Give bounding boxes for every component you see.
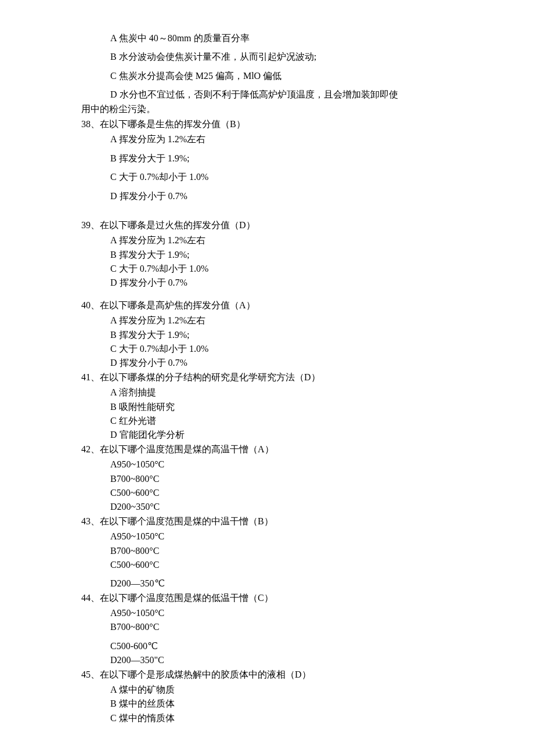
q38-option-d: D 挥发分小于 0.7% xyxy=(0,190,534,203)
q43-option-d: D200—350℃ xyxy=(0,577,534,590)
q44-option-b: B700~800°C xyxy=(0,621,534,633)
q42-option-b: B700~800°C xyxy=(0,473,534,485)
question-41: 41、在以下哪条煤的分子结构的研究是化学研究方法（D） xyxy=(0,371,534,384)
question-39: 39、在以下哪条是过火焦的挥发分值（D） xyxy=(0,219,534,232)
q41-option-b: B 吸附性能研究 xyxy=(0,401,534,413)
q42-option-c: C500~600°C xyxy=(0,487,534,499)
option-c: C 焦炭水分提高会使 M25 偏高，MlO 偏低 xyxy=(0,70,534,82)
q45-option-b: B 煤中的丝质体 xyxy=(0,697,534,710)
question-45: 45、在以下哪个是形成煤热解中的胶质体中的液相（D） xyxy=(0,668,534,681)
option-d-line2: 用中的粉尘污染。 xyxy=(0,103,534,116)
q38-option-a: A 挥发分应为 1.2%左右 xyxy=(0,133,534,146)
q44-option-a: A950~1050°C xyxy=(0,607,534,620)
q43-option-b: B700~800°C xyxy=(0,545,534,557)
option-b: B 水分波动会使焦炭计量不准，从而引起炉况波动; xyxy=(0,51,534,63)
option-d-line1: D 水分也不宜过低，否则不利于降低高炉炉顶温度，且会增加装卸即使 xyxy=(0,88,534,101)
question-38: 38、在以下哪条是生焦的挥发分值（B） xyxy=(0,118,534,131)
q43-option-c: C500~600°C xyxy=(0,559,534,571)
q44-option-c: C500-600℃ xyxy=(0,640,534,653)
document-page: A 焦炭中 40～80mm 的质量百分率 B 水分波动会使焦炭计量不准，从而引起… xyxy=(0,32,534,725)
q42-option-d: D200~350°C xyxy=(0,501,534,513)
q39-option-b: B 挥发分大于 1.9%; xyxy=(0,249,534,261)
q38-option-b: B 挥发分大于 1.9%; xyxy=(0,152,534,165)
q39-option-a: A 挥发分应为 1.2%左右 xyxy=(0,234,534,247)
question-42: 42、在以下哪个温度范围是煤的高温干憎（A） xyxy=(0,443,534,456)
q45-option-a: A 煤中的矿物质 xyxy=(0,683,534,696)
q38-option-c: C 大于 0.7%却小于 1.0% xyxy=(0,171,534,183)
q45-option-c: C 煤中的惰质体 xyxy=(0,712,534,725)
q41-option-d: D 官能团化学分析 xyxy=(0,429,534,441)
q44-option-d: D200—350"C xyxy=(0,654,534,667)
q40-option-d: D 挥发分小于 0.7% xyxy=(0,357,534,369)
question-43: 43、在以下哪个温度范围是煤的中温干憎（B） xyxy=(0,515,534,528)
q39-option-d: D 挥发分小于 0.7% xyxy=(0,276,534,289)
option-a: A 焦炭中 40～80mm 的质量百分率 xyxy=(0,32,534,45)
q40-option-c: C 大于 0.7%却小于 1.0% xyxy=(0,343,534,355)
question-44: 44、在以下哪个温度范围是煤的低温干憎（C） xyxy=(0,592,534,604)
q41-option-c: C 红外光谱 xyxy=(0,415,534,427)
q40-option-a: A 挥发分应为 1.2%左右 xyxy=(0,314,534,327)
q39-option-c: C 大于 0.7%却小于 1.0% xyxy=(0,262,534,275)
q42-option-a: A950~1050°C xyxy=(0,458,534,471)
question-40: 40、在以下哪条是高炉焦的挥发分值（A） xyxy=(0,299,534,312)
q41-option-a: A 溶剂抽提 xyxy=(0,386,534,399)
q40-option-b: B 挥发分大于 1.9%; xyxy=(0,329,534,341)
q43-option-a: A950~1050°C xyxy=(0,530,534,543)
